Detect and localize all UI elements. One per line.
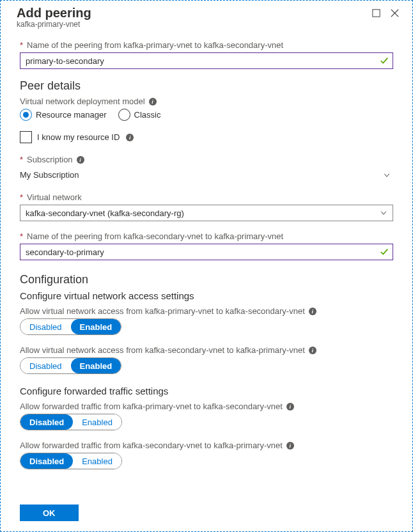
peer-details-heading: Peer details [20,79,393,93]
info-icon[interactable]: i [77,156,84,164]
configuration-heading: Configuration [20,273,393,286]
required-icon: * [20,155,23,164]
chevron-down-icon [383,171,391,179]
panel-subtitle: kafka-primary-vnet [17,20,91,29]
fwd-1-toggle[interactable]: Disabled Enabled [20,414,122,430]
know-resource-id-checkbox[interactable]: I know my resource ID i [20,131,393,143]
subscription-dropdown[interactable]: My Subscription [20,167,393,184]
panel-controls [371,6,400,20]
deployment-model-radio-group: Resource manager Classic [20,109,393,121]
peering-name-2-input-wrap [20,244,393,260]
toggle-enabled-option[interactable]: Enabled [73,453,121,469]
info-icon[interactable]: i [126,134,134,141]
panel-body[interactable]: * Name of the peering from kafka-primary… [1,33,412,492]
info-icon[interactable]: i [309,308,316,315]
panel-title: Add peering [17,6,91,20]
peering-name-1-input[interactable] [20,52,393,69]
toggle-enabled-option[interactable]: Enabled [71,319,121,334]
vna-2-label: Allow virtual network access from kafka-… [20,345,393,355]
peering-name-1-input-wrap [20,52,393,69]
virtual-network-dropdown[interactable]: kafka-secondary-vnet (kafka-secondary-rg… [20,205,393,221]
toggle-enabled-option[interactable]: Enabled [71,358,121,373]
fwd-2-toggle[interactable]: Disabled Enabled [20,453,122,469]
peering-name-2-input[interactable] [20,244,393,260]
subscription-label: * Subscription i [20,155,393,164]
vna-settings-heading: Configure virtual network access setting… [20,290,393,301]
toggle-disabled-option[interactable]: Disabled [20,453,73,469]
info-icon[interactable]: i [286,403,294,411]
info-icon[interactable]: i [149,98,157,106]
peering-name-1-label: * Name of the peering from kafka-primary… [20,40,393,50]
toggle-disabled-option[interactable]: Disabled [20,414,73,430]
toggle-disabled-option[interactable]: Disabled [20,319,71,334]
toggle-disabled-option[interactable]: Disabled [20,358,71,373]
fwd-2-label: Allow forwarded traffic from kafka-secon… [20,441,393,450]
required-icon: * [20,192,23,202]
vna-2-toggle[interactable]: Disabled Enabled [20,357,121,374]
title-group: Add peering kafka-primary-vnet [17,6,91,29]
panel-header: Add peering kafka-primary-vnet [1,1,412,36]
radio-classic[interactable]: Classic [118,109,161,121]
radio-resource-manager[interactable]: Resource manager [20,109,107,121]
valid-check-icon [380,56,389,65]
radio-unselected-icon [118,109,130,121]
ok-button[interactable]: OK [20,505,79,521]
toggle-enabled-option[interactable]: Enabled [73,414,121,430]
fwd-settings-heading: Configure forwarded traffic settings [20,386,393,396]
vna-1-toggle[interactable]: Disabled Enabled [20,318,121,335]
required-icon: * [20,231,23,241]
radio-selected-icon [20,109,32,121]
fwd-1-label: Allow forwarded traffic from kafka-prima… [20,402,393,411]
info-icon[interactable]: i [286,442,294,450]
checkbox-unchecked-icon [20,131,32,143]
svg-rect-0 [373,10,380,17]
vna-1-label: Allow virtual network access from kafka-… [20,306,393,316]
virtual-network-label: * Virtual network [20,192,393,202]
close-icon[interactable] [390,8,400,20]
info-icon[interactable]: i [309,347,316,354]
maximize-icon[interactable] [371,8,381,20]
peering-name-2-label: * Name of the peering from kafka-seconda… [20,231,393,241]
valid-check-icon [380,247,389,256]
required-icon: * [20,40,23,50]
chevron-down-icon [380,209,387,217]
deployment-model-label: Virtual network deployment model i [20,97,393,106]
panel-footer: OK [1,494,412,531]
